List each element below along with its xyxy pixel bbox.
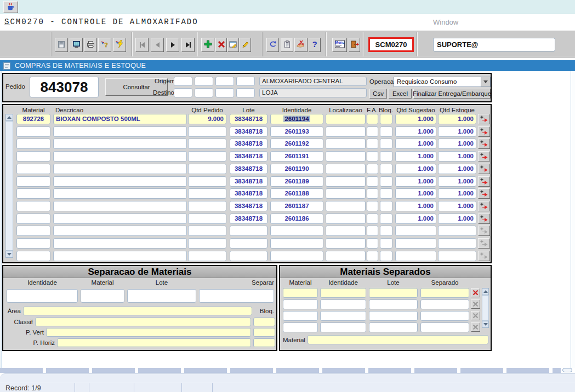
grid-cell-qtd_pedido[interactable] (188, 139, 226, 149)
grid-cell-qtd_sugestao[interactable]: 1.000 (395, 176, 436, 187)
transfer-row-button[interactable] (478, 214, 490, 224)
grid-cell-identidade[interactable]: 2601193 (270, 126, 323, 137)
grid-cell-qtd_sugestao[interactable] (395, 251, 436, 261)
separados-scroll-down-button[interactable] (482, 321, 489, 328)
classif-field[interactable] (35, 318, 251, 326)
grid-cell-qtd_estoque[interactable]: 1.000 (438, 126, 476, 137)
grid-cell-fa[interactable] (367, 251, 378, 261)
separados-cell-lote[interactable] (369, 299, 418, 309)
separados-cell-lote[interactable] (369, 311, 418, 321)
grid-cell-descricao[interactable] (53, 251, 187, 261)
grid-cell-identidade[interactable]: 2601188 (270, 188, 323, 199)
grid-cell-material[interactable] (16, 151, 50, 162)
destino-code-field[interactable] (215, 88, 234, 97)
pvert-field[interactable] (46, 328, 251, 337)
help-button[interactable]: ? (309, 38, 321, 52)
phoriz-field[interactable] (57, 338, 251, 347)
grid-cell-localizacao[interactable] (326, 114, 366, 124)
grid-cell-localizacao[interactable] (326, 226, 366, 236)
transfer-row-button[interactable] (478, 164, 490, 174)
grid-cell-localizacao[interactable] (326, 201, 366, 211)
sep-identidade-input[interactable] (7, 289, 78, 303)
grid-cell-lote[interactable]: 38348718 (230, 201, 267, 211)
grid-cell-identidade[interactable]: 2601191 (270, 151, 323, 162)
origem-code-field[interactable] (195, 77, 213, 86)
grid-cell-descricao[interactable] (53, 139, 187, 149)
grid-cell-qtd_estoque[interactable] (438, 238, 476, 249)
display-button[interactable] (70, 38, 83, 52)
grid-cell-material[interactable] (16, 188, 50, 199)
operacao-select[interactable]: Requisicao Consumo (394, 77, 491, 87)
separados-cell-material[interactable] (283, 311, 318, 321)
grid-cell-bloq[interactable] (380, 114, 392, 124)
separados-cell-lote[interactable] (369, 322, 418, 332)
grid-cell-qtd_estoque[interactable]: 1.000 (438, 164, 476, 174)
undo-button[interactable] (266, 38, 279, 52)
grid-cell-fa[interactable] (367, 214, 378, 224)
separados-cell-material[interactable] (283, 299, 318, 309)
finalizar-entrega-button[interactable]: Finalizar Entrega/Embarque (413, 89, 491, 99)
transfer-row-button[interactable] (478, 188, 490, 199)
grid-cell-bloq[interactable] (380, 201, 392, 211)
grid-cell-qtd_sugestao[interactable]: 1.000 (395, 126, 436, 137)
grid-cell-qtd_estoque[interactable]: 1.000 (438, 139, 476, 149)
delete-record-button[interactable] (215, 38, 227, 52)
separados-scroll-up-button[interactable] (482, 288, 489, 295)
grid-cell-fa[interactable] (367, 188, 378, 199)
grid-cell-qtd_estoque[interactable]: 1.000 (438, 151, 476, 162)
grid-cell-bloq[interactable] (380, 188, 392, 199)
grid-cell-identidade[interactable]: 2601192 (270, 139, 323, 149)
enter-query-button[interactable]: ? (98, 38, 111, 52)
excel-button[interactable]: Excel (389, 89, 412, 99)
grid-cell-bloq[interactable] (380, 176, 392, 187)
grid-cell-fa[interactable] (367, 238, 378, 249)
grid-cell-fa[interactable] (367, 201, 378, 211)
grid-cell-bloq[interactable] (380, 238, 392, 249)
grid-cell-fa[interactable] (367, 151, 378, 162)
sep-separar-input[interactable] (199, 289, 274, 303)
exit-button[interactable] (349, 38, 360, 52)
edit-item-button[interactable] (240, 38, 251, 52)
grid-cell-descricao[interactable]: BIOXAN COMPOSTO 500ML (53, 114, 187, 124)
grid-cell-qtd_estoque[interactable]: 1.000 (438, 114, 476, 124)
grid-cell-localizacao[interactable] (326, 151, 366, 162)
grid-cell-localizacao[interactable] (326, 214, 366, 224)
grid-cell-descricao[interactable] (53, 238, 187, 249)
grid-cell-identidade[interactable] (270, 226, 323, 236)
origem-code-field[interactable] (174, 77, 192, 86)
grid-cell-bloq[interactable] (380, 139, 392, 149)
transfer-row-button[interactable] (478, 201, 490, 211)
sep-material-input[interactable] (81, 289, 124, 303)
grid-cell-descricao[interactable] (53, 214, 187, 224)
grid-cell-localizacao[interactable] (326, 188, 366, 199)
user-field[interactable]: SUPORTE@ (433, 38, 555, 51)
grid-cell-material[interactable] (16, 214, 50, 224)
separados-cell-material[interactable] (283, 288, 318, 298)
grid-cell-material[interactable] (16, 251, 50, 261)
grid-cell-material[interactable] (16, 126, 50, 137)
csv-button[interactable]: Csv (369, 89, 387, 99)
grid-cell-qtd_pedido[interactable] (188, 214, 226, 224)
grid-cell-qtd_pedido[interactable] (188, 176, 226, 187)
grid-cell-material[interactable] (16, 238, 50, 249)
grid-cell-descricao[interactable] (53, 201, 187, 211)
grid-cell-descricao[interactable] (53, 126, 187, 137)
transfer-row-button[interactable] (478, 139, 490, 149)
grid-cell-localizacao[interactable] (326, 139, 366, 149)
grid-cell-qtd_estoque[interactable] (438, 226, 476, 236)
transfer-row-button[interactable] (478, 151, 490, 162)
print-button[interactable] (84, 38, 97, 52)
grid-cell-lote[interactable] (230, 251, 267, 261)
grid-cell-identidade[interactable]: 2601187 (270, 201, 323, 211)
app-menu-title[interactable]: SCM0270 - CONTROLE DE ALMOXARIFADO (4, 14, 198, 30)
grid-cell-qtd_estoque[interactable] (438, 251, 476, 261)
grid-cell-qtd_pedido[interactable] (188, 188, 226, 199)
grid-cell-fa[interactable] (367, 176, 378, 187)
grid-cell-identidade[interactable] (270, 251, 323, 261)
next-record-button[interactable] (166, 38, 179, 52)
mdi-vertical-scrollbar[interactable] (571, 71, 575, 368)
grid-cell-lote[interactable]: 38348718 (230, 114, 267, 124)
grid-cell-bloq[interactable] (380, 251, 392, 261)
separados-cell-separado[interactable] (420, 322, 469, 332)
destino-code-field[interactable] (174, 88, 192, 97)
